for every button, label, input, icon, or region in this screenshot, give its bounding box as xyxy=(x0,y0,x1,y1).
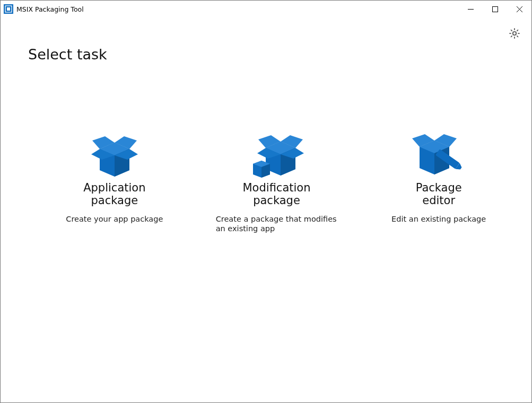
open-box-with-small-box-icon xyxy=(212,132,342,179)
toolbar xyxy=(1,17,531,42)
task-title: Package editor xyxy=(373,181,504,207)
open-box-icon xyxy=(49,132,180,179)
task-modification-package[interactable]: Modification package Create a package th… xyxy=(212,132,342,234)
settings-button[interactable] xyxy=(507,27,522,42)
window-title: MSIX Packaging Tool xyxy=(16,5,458,13)
task-cards: Application package Create your app pack… xyxy=(28,132,504,234)
task-package-editor[interactable]: Package editor Edit an existing package xyxy=(373,132,504,234)
titlebar: MSIX Packaging Tool xyxy=(1,1,531,17)
svg-rect-2 xyxy=(7,7,10,11)
task-subtitle: Create your app package xyxy=(49,214,180,224)
task-title: Application package xyxy=(49,181,180,207)
app-window: MSIX Packaging Tool xyxy=(0,0,532,403)
svg-point-7 xyxy=(513,32,516,35)
task-title: Modification package xyxy=(212,181,342,207)
app-icon xyxy=(4,4,13,14)
task-application-package[interactable]: Application package Create your app pack… xyxy=(49,132,180,234)
close-button[interactable] xyxy=(507,1,531,17)
maximize-button[interactable] xyxy=(483,1,507,17)
svg-rect-4 xyxy=(492,6,498,12)
task-subtitle: Create a package that modifies an existi… xyxy=(212,214,342,233)
main-content: Select task xyxy=(1,42,531,402)
gear-icon xyxy=(508,27,521,42)
box-with-pencil-icon xyxy=(373,132,504,179)
window-controls xyxy=(458,1,531,17)
task-subtitle: Edit an existing package xyxy=(373,214,504,224)
minimize-button[interactable] xyxy=(458,1,483,17)
page-heading: Select task xyxy=(28,46,504,63)
